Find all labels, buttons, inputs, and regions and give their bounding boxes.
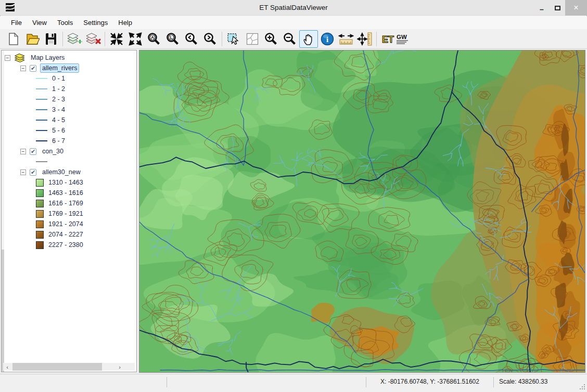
measure-distance-button[interactable] [337,30,355,48]
legend-item[interactable]: 5 - 6 [5,125,135,136]
zoom-out-button[interactable] [280,30,299,48]
menu-bar: FileViewToolsSettingsHelp [0,16,587,29]
tree-vscroll-thumb[interactable] [2,50,4,250]
zoom-next-button[interactable] [201,30,220,48]
legend-line-symbol [36,161,47,162]
zoom-layer-icon: L [165,32,180,46]
tree-vertical-scrollbar[interactable] [2,50,4,372]
legend-color-swatch [36,210,44,218]
legend-label: 4 - 5 [52,116,65,124]
zoom-window-button[interactable] [107,30,126,48]
select-features-icon [226,32,241,46]
menu-file[interactable]: File [6,17,27,28]
map-canvas[interactable] [139,50,585,372]
zoom-in-button[interactable] [262,30,280,48]
legend-color-swatch [36,189,44,197]
legend-item[interactable]: 1 - 2 [5,84,135,94]
legend-item[interactable]: 1463 - 1616 [5,188,135,198]
open-folder-button[interactable] [23,30,42,48]
layer-label[interactable]: allem30_new [40,167,83,177]
menu-tools[interactable]: Tools [52,17,78,28]
tree-layer-allem30_new: −✔allem30_new [5,167,135,177]
save-button[interactable] [42,30,60,48]
map-scale: Scale: 438260.33 [499,378,547,385]
tree-horizontal-scrollbar[interactable]: ‹ › [3,363,135,371]
add-layers-button[interactable] [65,30,84,48]
menu-settings[interactable]: Settings [78,17,113,28]
legend-color-swatch [36,179,44,187]
layer-label[interactable]: con_30 [40,147,66,156]
zoom-full-extent-button[interactable] [126,30,145,48]
toolbar: A L [0,29,587,49]
info-button[interactable]: i [318,30,337,48]
layer-checkbox[interactable]: ✔ [30,148,36,155]
legend-line-symbol [36,140,47,141]
tree-root-label[interactable]: Map Layers [29,53,67,62]
minimize-button[interactable]: – [534,0,550,16]
legend-item[interactable]: 3 - 4 [5,104,135,115]
identify-shape-button[interactable] [243,30,262,48]
svg-text:i: i [326,35,328,44]
expander-minus-icon[interactable]: − [20,149,26,154]
svg-text:ET: ET [382,34,394,45]
legend-item[interactable] [5,156,135,167]
tree-root-map-layers[interactable]: −Map Layers [5,53,135,63]
statusbar-divider [167,377,167,387]
zoom-window-icon [109,32,124,46]
legend-item[interactable]: 2074 - 2227 [5,229,135,240]
legend-item[interactable]: 1616 - 1769 [5,198,135,208]
layer-checkbox[interactable]: ✔ [30,65,36,72]
app-window: ET SpatialDataViewer – × FileViewToolsSe… [0,0,587,392]
toolbar-separator [62,32,63,46]
layer-checkbox[interactable]: ✔ [30,169,36,176]
legend-item[interactable]: 6 - 7 [5,136,135,146]
legend-item[interactable]: 2227 - 2380 [5,240,135,250]
zoom-previous-button[interactable] [182,30,201,48]
scroll-left-arrow-icon[interactable]: ‹ [3,364,11,370]
legend-item[interactable]: 4 - 5 [5,115,135,125]
close-button[interactable]: × [565,0,587,16]
expander-minus-icon[interactable]: − [20,66,26,71]
legend-item[interactable]: 0 - 1 [5,73,135,84]
legend-line-symbol [36,130,47,131]
menu-view[interactable]: View [27,17,52,28]
pan-button[interactable] [299,30,318,48]
legend-label: 1310 - 1463 [48,179,83,186]
measure-xy-icon [357,32,373,46]
legend-label: 0 - 1 [52,75,65,82]
title-bar: ET SpatialDataViewer – × [0,0,587,16]
resize-grip[interactable] [578,383,585,389]
select-features-button[interactable] [224,30,243,48]
toolbar-separator [105,32,105,46]
tree-layer-allem_rivers: −✔allem_rivers [5,63,135,73]
expander-minus-icon[interactable]: − [20,169,26,175]
map-panel [139,50,585,373]
layer-tree-panel: −Map Layers−✔allem_rivers0 - 11 - 22 - 3… [1,50,137,372]
remove-layers-button[interactable] [84,30,103,48]
legend-line-symbol [36,109,47,110]
legend-color-swatch [36,241,44,249]
new-document-button[interactable] [4,30,23,48]
layer-label[interactable]: allem_rivers [40,63,79,73]
measure-xy-button[interactable] [355,30,374,48]
zoom-layer-button[interactable]: L [163,30,182,48]
legend-label: 1463 - 1616 [48,189,83,197]
expander-minus-icon[interactable]: − [5,55,10,61]
etgw-logo-button[interactable]: ET GW [380,30,411,48]
menu-help[interactable]: Help [113,17,137,28]
legend-color-swatch [36,231,44,239]
legend-item[interactable]: 2 - 3 [5,94,135,104]
svg-text:A: A [151,35,154,40]
legend-item[interactable]: 1921 - 2074 [5,219,135,229]
tree-hscroll-thumb[interactable] [12,363,102,371]
legend-item[interactable]: 1769 - 1921 [5,208,135,219]
zoom-previous-icon [184,32,199,46]
legend-label: 1769 - 1921 [48,210,83,217]
statusbar-divider [493,377,494,387]
zoom-all-button[interactable]: A [145,30,163,48]
legend-item[interactable]: 1310 - 1463 [5,177,135,188]
maximize-button[interactable] [550,0,565,16]
scroll-right-arrow-icon[interactable]: › [116,364,124,370]
legend-label: 1616 - 1769 [48,200,83,207]
tree-layer-con_30: −✔con_30 [5,146,135,156]
